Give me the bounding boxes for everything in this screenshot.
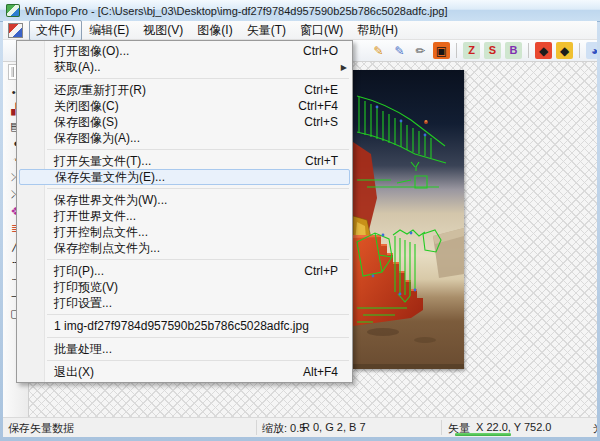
menu-item-print-preview[interactable]: 打印预览(V) bbox=[17, 279, 352, 295]
menu-item-save-vector-file-as[interactable]: 保存矢量文件为(E)... bbox=[19, 169, 350, 185]
menu-item-revert-reopen[interactable]: 还原/重新打开(R)Ctrl+E bbox=[17, 82, 352, 98]
menu-separator bbox=[47, 149, 349, 150]
menu-item-close-image[interactable]: 关闭图像(C)Ctrl+F4 bbox=[17, 98, 352, 114]
zoom-b-icon[interactable]: B bbox=[505, 42, 522, 59]
document-icon[interactable] bbox=[8, 23, 23, 38]
menu-item-label: 保存控制点文件为... bbox=[54, 240, 160, 257]
window-title: WinTopo Pro - [C:\Users\bj_03\Desktop\im… bbox=[25, 5, 448, 17]
submenu-arrow-icon: ▶ bbox=[341, 63, 347, 72]
menu-separator bbox=[47, 78, 349, 79]
menu-item-save-control-point-file-as[interactable]: 保存控制点文件为... bbox=[17, 240, 352, 256]
file-menu-popup: 打开图像(O)...Ctrl+O获取(A)..▶还原/重新打开(R)Ctrl+E… bbox=[16, 40, 353, 383]
zoom-s-icon[interactable]: S bbox=[484, 42, 501, 59]
menu-item-save-image[interactable]: 保存图像(S)Ctrl+S bbox=[17, 114, 352, 130]
toolbar-separator bbox=[579, 43, 580, 58]
menu-item-label: 退出(X) bbox=[54, 364, 94, 381]
menu-item-batch-process[interactable]: 批量处理... bbox=[17, 341, 352, 357]
menubar-item-vector[interactable]: 矢量(T) bbox=[240, 20, 293, 41]
status-divider bbox=[256, 420, 257, 435]
menu-item-print-setup[interactable]: 打印设置... bbox=[17, 295, 352, 311]
menu-item-shortcut: Ctrl+P bbox=[304, 264, 338, 278]
menu-item-shortcut: Ctrl+E bbox=[304, 83, 338, 97]
menu-item-open-control-point-file[interactable]: 打开控制点文件... bbox=[17, 224, 352, 240]
status-vector-coords: X 22.0, Y 752.0 bbox=[476, 421, 551, 433]
menu-item-open-world-file[interactable]: 打开世界文件... bbox=[17, 208, 352, 224]
menu-separator bbox=[47, 360, 349, 361]
menu-item-label: 打开图像(O)... bbox=[54, 43, 129, 60]
menu-item-exit[interactable]: 退出(X)Alt+F4 bbox=[17, 364, 352, 380]
menu-item-label: 批量处理... bbox=[54, 341, 112, 358]
menu-separator bbox=[47, 259, 349, 260]
menu-item-label: 保存图像(S) bbox=[54, 114, 118, 131]
traced-image-graphic bbox=[353, 70, 464, 369]
menubar-item-help[interactable]: 帮助(H) bbox=[350, 20, 405, 41]
menu-item-shortcut: Ctrl+F4 bbox=[298, 99, 338, 113]
menu-item-shortcut: Ctrl+O bbox=[303, 44, 338, 58]
menubar: 文件(F)编辑(E)视图(V)图像(I)矢量(T)窗口(W)帮助(H) bbox=[3, 21, 597, 40]
menu-item-print[interactable]: 打印(P)...Ctrl+P bbox=[17, 263, 352, 279]
status-clipped-text: 光 bbox=[593, 421, 597, 436]
menu-item-label: 还原/重新打开(R) bbox=[54, 82, 146, 99]
menu-item-label: 1 img-df27f9784d957590b25b786c5028adfc.j… bbox=[54, 319, 309, 333]
toolbar-separator bbox=[528, 43, 529, 58]
app-window: WinTopo Pro - [C:\Users\bj_03\Desktop\im… bbox=[0, 0, 600, 441]
menu-separator bbox=[47, 314, 349, 315]
menubar-items: 文件(F)编辑(E)视图(V)图像(I)矢量(T)窗口(W)帮助(H) bbox=[29, 20, 405, 41]
toolbar-separator bbox=[456, 43, 457, 58]
status-message: 保存矢量数据 bbox=[8, 421, 74, 436]
menu-item-open-image[interactable]: 打开图像(O)...Ctrl+O bbox=[17, 43, 352, 59]
menu-item-label: 打开世界文件... bbox=[54, 208, 136, 225]
menu-item-label: 获取(A).. bbox=[54, 59, 101, 76]
pencil-fill-icon[interactable]: ✏ bbox=[412, 42, 429, 59]
menu-item-acquire[interactable]: 获取(A)..▶ bbox=[17, 59, 352, 75]
menubar-item-window[interactable]: 窗口(W) bbox=[293, 20, 350, 41]
menu-item-label: 打开矢量文件(T)... bbox=[54, 153, 151, 170]
menu-item-label: 保存图像为(A)... bbox=[54, 130, 140, 147]
menubar-item-view[interactable]: 视图(V) bbox=[136, 20, 190, 41]
menu-item-label: 保存世界文件为(W)... bbox=[54, 192, 167, 209]
vector-yellow-diamond-icon[interactable]: ◆ bbox=[556, 42, 573, 59]
status-rgb: R 0, G 2, B 7 bbox=[302, 421, 366, 433]
status-progress-bar bbox=[455, 433, 511, 436]
menubar-item-image[interactable]: 图像(I) bbox=[190, 20, 239, 41]
traced-image[interactable] bbox=[353, 70, 464, 369]
app-icon bbox=[6, 4, 20, 17]
statusbar: 保存矢量数据 缩放: 0.5 R 0, G 2, B 7 矢量 X 22.0, … bbox=[3, 417, 597, 437]
menu-item-recent-file-1[interactable]: 1 img-df27f9784d957590b25b786c5028adfc.j… bbox=[17, 318, 352, 334]
menu-item-save-world-file-as[interactable]: 保存世界文件为(W)... bbox=[17, 192, 352, 208]
menu-item-label: 关闭图像(C) bbox=[54, 98, 119, 115]
vector-red-diamond-icon[interactable]: ◆ bbox=[535, 42, 552, 59]
status-divider bbox=[441, 420, 442, 435]
menu-item-label: 保存矢量文件为(E)... bbox=[55, 169, 165, 186]
menu-item-shortcut: Ctrl+T bbox=[305, 154, 338, 168]
menu-item-label: 打印(P)... bbox=[54, 263, 104, 280]
pencil-edit-icon[interactable]: ✎ bbox=[391, 42, 408, 59]
crop-icon[interactable]: ▣ bbox=[433, 42, 450, 59]
zoom-z-icon[interactable]: Z bbox=[463, 42, 480, 59]
menu-item-shortcut: Alt+F4 bbox=[303, 365, 338, 379]
menu-separator bbox=[47, 188, 349, 189]
menu-item-label: 打开控制点文件... bbox=[54, 224, 148, 241]
menu-item-save-image-as[interactable]: 保存图像为(A)... bbox=[17, 130, 352, 146]
one-touch-vectorize-icon[interactable]: ◕ bbox=[586, 42, 597, 59]
status-zoom: 缩放: 0.5 bbox=[262, 421, 305, 436]
file-menu-items: 打开图像(O)...Ctrl+O获取(A)..▶还原/重新打开(R)Ctrl+E… bbox=[17, 43, 352, 380]
menubar-item-edit[interactable]: 编辑(E) bbox=[82, 20, 136, 41]
menu-item-open-vector-file[interactable]: 打开矢量文件(T)...Ctrl+T bbox=[17, 153, 352, 169]
menu-item-label: 打印预览(V) bbox=[54, 279, 118, 296]
menu-item-label: 打印设置... bbox=[54, 295, 112, 312]
menu-item-shortcut: Ctrl+S bbox=[304, 115, 338, 129]
menubar-item-file[interactable]: 文件(F) bbox=[29, 20, 82, 41]
toolbar-items: ✎✎✏▣ZSB◆◆◕ bbox=[370, 42, 594, 59]
menu-separator bbox=[47, 337, 349, 338]
pencil-icon[interactable]: ✎ bbox=[370, 42, 387, 59]
